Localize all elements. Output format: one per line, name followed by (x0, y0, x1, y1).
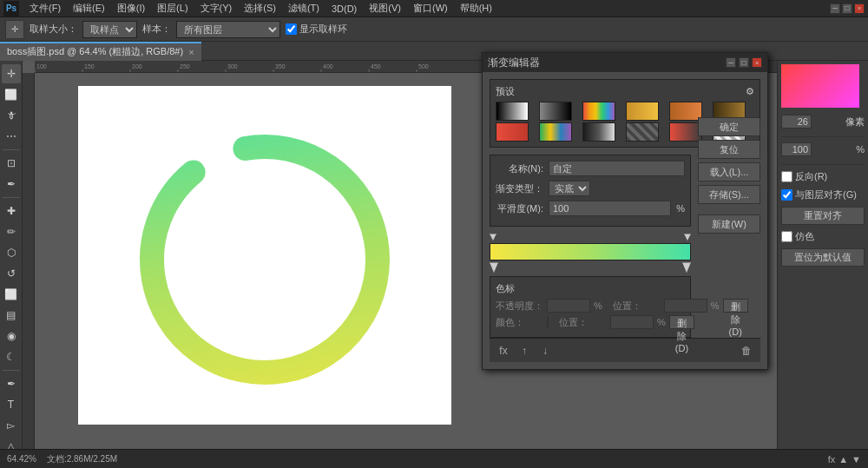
smooth-row: 平滑度(M): % (496, 201, 685, 216)
tool-stamp[interactable]: ⬡ (2, 243, 21, 262)
tool-eraser[interactable]: ⬜ (2, 285, 21, 304)
type-select[interactable]: 实底 (549, 181, 590, 196)
menu-edit[interactable]: 编辑(E) (68, 0, 110, 17)
tool-gradient[interactable]: ▤ (2, 306, 21, 325)
gradient-editor-minimize[interactable]: ─ (726, 57, 736, 68)
name-input[interactable] (549, 161, 685, 176)
window-close[interactable]: × (854, 3, 865, 14)
dither-checkbox-row[interactable]: 仿色 (781, 230, 865, 243)
tool-size-select[interactable]: 取样点 (82, 21, 137, 38)
tool-lasso[interactable]: 🗡 (2, 106, 21, 125)
preset-swatch-8[interactable] (582, 122, 615, 142)
grad-down-icon[interactable]: ↓ (538, 344, 552, 358)
name-label: 名称(N): (496, 162, 543, 175)
opacity-pos-label: 位置： (613, 300, 661, 313)
reverse-checkbox-row[interactable]: 反向(R) (781, 170, 865, 183)
svg-rect-19 (23, 73, 35, 468)
dither-checkbox[interactable] (781, 231, 792, 242)
preset-swatch-9[interactable] (626, 122, 659, 142)
opacity-stops (490, 232, 691, 242)
grad-ok-button[interactable]: 确定 (698, 117, 760, 136)
gradient-editor-close[interactable]: × (752, 57, 762, 68)
pixel-size-input[interactable] (781, 115, 812, 129)
tool-blur[interactable]: ◉ (2, 326, 21, 346)
menu-help[interactable]: 帮助(H) (455, 0, 497, 17)
menu-3d[interactable]: 3D(D) (326, 0, 362, 17)
tool-marquee-rect[interactable]: ⬜ (2, 85, 21, 104)
tool-move[interactable]: ✛ (2, 64, 21, 83)
svg-text:500: 500 (418, 63, 429, 69)
preset-swatch-7[interactable] (539, 122, 572, 142)
status-icon-fx[interactable]: fx (828, 454, 836, 465)
tool-history-brush[interactable]: ↺ (2, 264, 21, 283)
window-maximize[interactable]: □ (842, 3, 852, 14)
menu-select[interactable]: 选择(S) (239, 0, 281, 17)
align-layer-checkbox[interactable] (781, 189, 792, 201)
options-bar: ✛ 取样大小： 取样点 样本： 所有图层 显示取样环 (0, 17, 868, 42)
preset-swatch-2[interactable] (582, 102, 615, 121)
menu-text[interactable]: 文字(Y) (195, 0, 238, 17)
opacity-stops-input[interactable] (547, 299, 590, 313)
tool-heal[interactable]: ✚ (2, 201, 21, 221)
tool-brush[interactable]: ✏ (2, 222, 21, 241)
tool-dodge[interactable]: ☾ (2, 347, 21, 366)
color-pos-input[interactable] (610, 315, 654, 329)
grad-load-button[interactable]: 载入(L)... (698, 162, 760, 181)
type-label: 渐变类型： (496, 182, 543, 195)
gradient-editor-buttons: 确定 复位 载入(L)... 存储(S)... 新建(W) (698, 117, 760, 234)
menu-image[interactable]: 图像(I) (112, 0, 150, 17)
dither-label: 仿色 (795, 230, 814, 243)
presets-gear-icon[interactable]: ⚙ (746, 86, 754, 97)
smooth-input[interactable] (549, 201, 671, 216)
preset-swatch-1[interactable] (539, 102, 572, 121)
opacity-delete-button[interactable]: 删除(D) (723, 299, 748, 313)
opacity-stop-left[interactable] (490, 234, 496, 241)
status-icon-arrow-down[interactable]: ▼ (852, 454, 861, 465)
grad-fx-icon[interactable]: fx (496, 344, 510, 358)
svg-text:350: 350 (275, 63, 286, 69)
color-stop-right[interactable] (682, 262, 691, 273)
tool-magic-wand[interactable]: ⋯ (2, 127, 21, 146)
move-tool-icon[interactable]: ✛ (5, 20, 24, 39)
sample-select[interactable]: 所有图层 (176, 21, 280, 38)
color-swatch[interactable] (547, 316, 549, 328)
preset-swatch-0[interactable] (496, 102, 529, 121)
type-row: 渐变类型： 实底 (496, 181, 685, 196)
color-stops (490, 260, 691, 273)
reverse-checkbox[interactable] (781, 171, 792, 182)
preset-swatch-6[interactable] (496, 122, 529, 142)
tool-crop[interactable]: ⊡ (2, 154, 21, 173)
align-layer-checkbox-row[interactable]: 与图层对齐(G) (781, 188, 865, 201)
show-sample-checkbox[interactable]: 显示取样环 (286, 23, 347, 36)
gradient-bar[interactable] (490, 243, 691, 260)
doc-size: 文档:2.86M/2.25M (47, 453, 117, 465)
ruler-left (23, 73, 35, 468)
reset-align-button[interactable]: 重置对齐 (781, 207, 865, 225)
color-stop-left[interactable] (490, 262, 498, 273)
opacity-pos-input[interactable] (664, 299, 707, 313)
canvas-tab-active[interactable]: boss插图.psd @ 64.4% (粗描边, RGB/8#) × (0, 42, 201, 61)
opacity-stop-right[interactable] (684, 234, 691, 241)
grad-up-icon[interactable]: ↑ (517, 344, 531, 358)
tool-text[interactable]: T (2, 395, 21, 414)
percent-input[interactable] (781, 142, 812, 156)
tool-pen[interactable]: ✒ (2, 374, 21, 393)
menu-window[interactable]: 窗口(W) (408, 0, 453, 17)
tool-path[interactable]: ▻ (2, 416, 21, 435)
grad-save-button[interactable]: 存储(S)... (698, 185, 760, 204)
tool-eyedropper[interactable]: ✒ (2, 175, 21, 194)
color-delete-button[interactable]: 删除(D) (669, 315, 694, 329)
grad-new-button[interactable]: 新建(W) (698, 214, 760, 234)
default-button[interactable]: 置位为默认值 (781, 248, 865, 267)
window-minimize[interactable]: ─ (830, 3, 840, 14)
menu-filter[interactable]: 滤镜(T) (283, 0, 325, 17)
menu-layer[interactable]: 图层(L) (152, 0, 193, 17)
grad-reset-button[interactable]: 复位 (698, 140, 760, 159)
grad-trash-icon[interactable]: 🗑 (740, 344, 753, 358)
menu-view[interactable]: 视图(V) (364, 0, 406, 17)
status-icon-arrow-up[interactable]: ▲ (838, 454, 848, 465)
gradient-editor-titlebar[interactable]: 渐变编辑器 ─ □ × (483, 53, 767, 72)
menu-file[interactable]: 文件(F) (24, 0, 66, 17)
preset-swatch-3[interactable] (626, 102, 659, 121)
gradient-editor-restore[interactable]: □ (739, 57, 749, 68)
